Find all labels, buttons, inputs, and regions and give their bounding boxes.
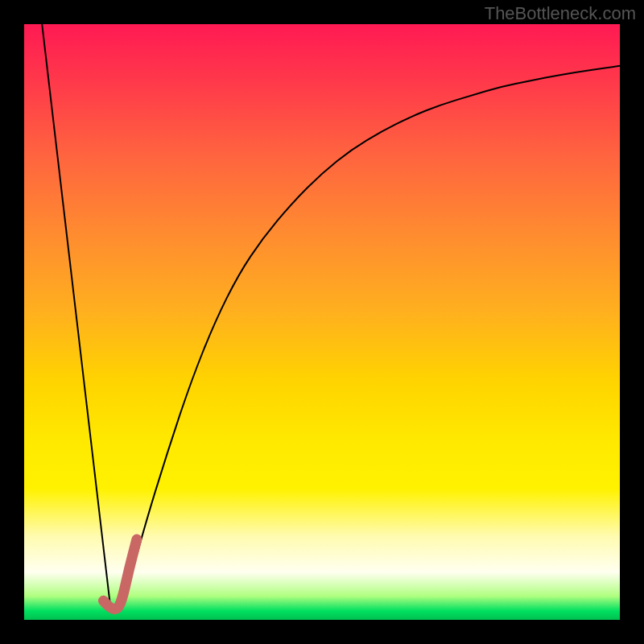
series-left-limb [42,24,110,608]
watermark-text: TheBottleneck.com [485,3,636,24]
series-right-limb [126,66,620,597]
series-hook-overlay [103,539,136,609]
chart-container: TheBottleneck.com [0,0,644,644]
curve-layer [24,24,620,620]
